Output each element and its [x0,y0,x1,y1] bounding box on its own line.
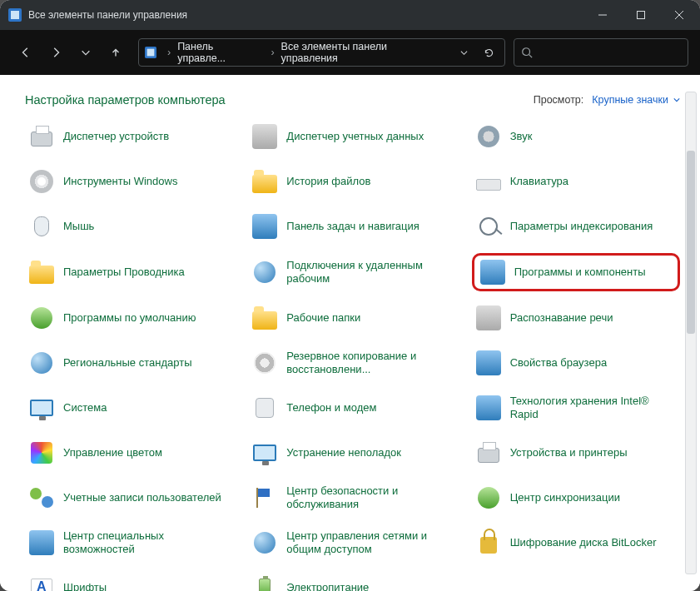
item-windows-tools-icon [28,168,55,195]
titlebar: Все элементы панели управления [0,0,700,30]
item-internet-options-icon [475,350,502,376]
item-power[interactable]: Электропитание [248,569,456,591]
item-sound[interactable]: Звук [472,118,680,155]
item-taskbar-icon [251,213,278,240]
scrollbar-thumb[interactable] [687,151,695,334]
item-color-label: Управление цветом [63,446,162,459]
item-mouse-icon [28,213,55,240]
item-speech-label: Распознавание речи [510,311,613,325]
item-sound-icon [475,123,502,150]
item-devices-printers-icon [475,440,502,466]
item-bitlocker[interactable]: Шифрование диска BitLocker [472,524,680,561]
item-default-programs[interactable]: Программы по умолчанию [25,300,233,336]
item-region[interactable]: Региональные стандарты [25,345,233,381]
svg-rect-1 [11,11,19,19]
item-speech[interactable]: Распознавание речи [472,300,680,336]
item-backup[interactable]: Резервное копирование и восстановлени... [248,345,456,381]
chevron-right-icon: › [267,47,277,58]
item-phone-modem-label: Телефон и модем [286,401,376,415]
breadcrumb-segment-2[interactable]: Все элементы панели управления [281,41,447,64]
item-programs[interactable]: Программы и компоненты [472,253,680,291]
toolbar: › Панель управле... › Все элементы панел… [0,30,700,75]
forward-button[interactable] [42,38,70,67]
address-icon [144,46,157,59]
item-keyboard[interactable]: Клавиатура [472,163,680,200]
breadcrumb-segment-1[interactable]: Панель управле... [177,41,264,64]
item-bitlocker-icon [475,529,502,556]
item-fonts[interactable]: Шрифты [25,569,233,591]
vertical-scrollbar[interactable] [685,92,697,574]
address-bar[interactable]: › Панель управле... › Все элементы панел… [138,38,505,67]
close-button[interactable] [660,0,698,30]
search-bar[interactable] [514,38,688,67]
item-power-label: Электропитание [286,581,369,591]
item-credential-manager[interactable]: Диспетчер учетных данных [248,118,456,155]
item-internet-options-label: Свойства браузера [510,356,607,370]
item-system[interactable]: Система [25,390,233,426]
item-indexing-icon [475,213,502,240]
item-sound-label: Звук [510,130,533,143]
svg-rect-7 [147,49,155,57]
item-windows-tools[interactable]: Инструменты Windows [25,163,233,200]
item-keyboard-icon [475,168,502,195]
item-devices-printers-label: Устройства и принтеры [510,446,628,459]
item-phone-modem[interactable]: Телефон и модем [248,390,456,426]
item-security-center[interactable]: Центр безопасности и обслуживания [248,479,456,516]
item-internet-options[interactable]: Свойства браузера [472,345,680,381]
item-file-history[interactable]: История файлов [248,163,456,200]
item-remote-icon [251,259,278,286]
item-user-accounts-label: Учетные записи пользователей [63,491,221,504]
item-power-icon [251,574,278,591]
item-programs-icon [479,259,506,286]
maximize-button[interactable] [622,0,660,30]
item-indexing[interactable]: Параметры индексирования [472,208,680,245]
item-windows-tools-label: Инструменты Windows [63,175,177,188]
search-icon [521,47,533,58]
item-intel-rapid-icon [475,395,502,421]
app-icon [8,8,22,22]
item-user-accounts[interactable]: Учетные записи пользователей [25,479,233,516]
item-device-manager[interactable]: Диспетчер устройств [25,118,233,155]
item-taskbar[interactable]: Панель задач и навигация [248,208,456,245]
item-programs-label: Программы и компоненты [514,266,646,279]
window-title: Все элементы панели управления [28,9,583,21]
back-button[interactable] [12,38,40,67]
item-explorer-options[interactable]: Параметры Проводника [25,253,233,291]
item-intel-rapid-label: Технология хранения Intel® Rapid [510,395,677,422]
item-default-programs-label: Программы по умолчанию [63,311,196,325]
refresh-button[interactable] [478,42,499,62]
item-credential-manager-label: Диспетчер учетных данных [286,130,424,143]
item-device-manager-icon [28,123,55,150]
view-dropdown[interactable]: Крупные значки [592,94,680,106]
content-area: Настройка параметров компьютера Просмотр… [0,75,700,591]
item-ease-access[interactable]: Центр специальных возможностей [25,524,233,561]
item-device-manager-label: Диспетчер устройств [63,130,169,143]
item-remote[interactable]: Подключения к удаленным рабочим [248,253,456,291]
item-credential-manager-icon [251,123,278,150]
item-work-folders-icon [251,305,278,331]
minimize-button[interactable] [583,0,622,30]
item-keyboard-label: Клавиатура [510,175,568,188]
item-troubleshoot[interactable]: Устранение неполадок [248,435,456,471]
item-mouse[interactable]: Мышь [25,208,233,245]
item-sync-center[interactable]: Центр синхронизации [472,479,680,516]
recent-button[interactable] [72,38,100,67]
item-work-folders[interactable]: Рабочие папки [248,300,456,336]
item-devices-printers[interactable]: Устройства и принтеры [472,435,680,471]
address-dropdown[interactable] [453,42,474,62]
item-intel-rapid[interactable]: Технология хранения Intel® Rapid [472,390,680,426]
item-phone-modem-icon [251,395,278,421]
item-network-center[interactable]: Центр управления сетями и общим доступом [248,524,456,561]
item-security-center-label: Центр безопасности и обслуживания [286,484,453,512]
item-region-icon [28,350,55,376]
item-default-programs-icon [28,305,55,331]
item-color[interactable]: Управление цветом [25,435,233,471]
up-button[interactable] [102,38,130,67]
item-ease-access-icon [28,529,55,556]
chevron-right-icon: › [164,47,174,58]
item-system-label: Система [63,401,107,415]
view-value: Крупные значки [592,94,668,106]
item-fonts-icon [28,574,55,591]
items-grid: Диспетчер устройствДиспетчер учетных дан… [25,118,680,591]
item-fonts-label: Шрифты [63,581,107,591]
